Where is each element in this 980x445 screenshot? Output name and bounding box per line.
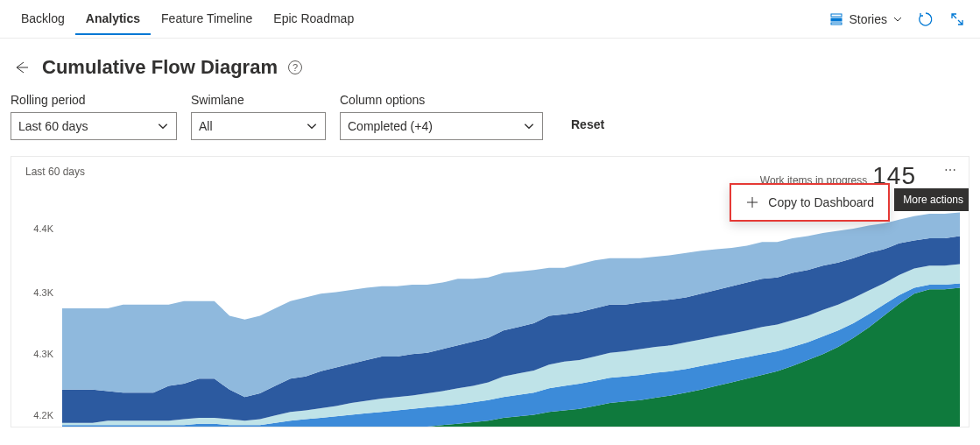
more-icon: ⋯ <box>944 163 956 177</box>
page-title: Cumulative Flow Diagram <box>42 56 278 79</box>
swimlane-value: All <box>199 119 213 133</box>
chevron-down-icon <box>523 120 535 132</box>
plus-icon <box>745 195 759 209</box>
tab-feature-timeline[interactable]: Feature Timeline <box>151 3 263 35</box>
filter-swimlane: Swimlane All <box>191 93 326 140</box>
copy-to-dashboard-label: Copy to Dashboard <box>768 195 874 209</box>
chevron-down-icon <box>306 120 318 132</box>
copy-to-dashboard-item[interactable]: Copy to Dashboard <box>731 185 888 220</box>
more-actions-button[interactable]: ⋯ <box>939 162 962 178</box>
y-tick: 4.2K <box>18 410 53 420</box>
svg-rect-2 <box>831 23 842 25</box>
tab-backlog[interactable]: Backlog <box>11 3 75 35</box>
context-menu: Copy to Dashboard <box>730 183 890 222</box>
rolling-period-label: Rolling period <box>11 93 177 107</box>
y-tick: 4.3K <box>18 349 53 359</box>
chart-header: Last 60 days Work items in progress 145 … <box>11 157 969 178</box>
expand-icon <box>950 12 964 26</box>
stories-label: Stories <box>849 12 887 26</box>
filter-rolling-period: Rolling period Last 60 days <box>11 93 177 140</box>
chart-card: Last 60 days Work items in progress 145 … <box>11 156 969 427</box>
nav-tabs: Backlog Analytics Feature Timeline Epic … <box>0 0 980 39</box>
column-options-value: Completed (+4) <box>348 119 433 133</box>
rolling-period-dropdown[interactable]: Last 60 days <box>11 112 177 140</box>
help-icon: ? <box>293 62 298 73</box>
more-actions-tooltip: More actions <box>894 188 969 211</box>
rolling-period-value: Last 60 days <box>18 119 88 133</box>
tabs-right-controls: Stories <box>826 7 969 32</box>
chart-subtitle: Last 60 days <box>25 166 85 178</box>
refresh-button[interactable] <box>913 7 938 32</box>
tab-analytics[interactable]: Analytics <box>75 3 151 35</box>
back-button[interactable] <box>11 57 32 78</box>
page-header: Cumulative Flow Diagram ? <box>0 39 980 86</box>
tab-epic-roadmap[interactable]: Epic Roadmap <box>263 3 364 35</box>
swimlane-label: Swimlane <box>191 93 326 107</box>
y-tick: 4.4K <box>18 223 53 234</box>
reset-button[interactable]: Reset <box>571 102 604 131</box>
refresh-icon <box>918 11 934 27</box>
svg-rect-1 <box>831 18 842 21</box>
y-tick: 4.3K <box>18 287 53 298</box>
chart-svg <box>62 205 960 427</box>
chevron-down-icon <box>157 120 169 132</box>
arrow-left-icon <box>13 60 29 75</box>
fullscreen-button[interactable] <box>945 7 969 32</box>
backlog-level-dropdown[interactable]: Stories <box>826 9 906 30</box>
swimlane-dropdown[interactable]: All <box>191 112 326 140</box>
help-button[interactable]: ? <box>288 60 302 74</box>
chart-area <box>62 205 960 427</box>
filter-bar: Rolling period Last 60 days Swimlane All… <box>0 86 980 156</box>
stories-icon <box>829 12 843 26</box>
svg-rect-0 <box>831 14 842 17</box>
y-axis: 4.4K 4.3K 4.3K 4.2K <box>18 209 53 427</box>
chevron-down-icon <box>892 14 903 25</box>
column-options-label: Column options <box>340 93 543 107</box>
column-options-dropdown[interactable]: Completed (+4) <box>340 112 543 140</box>
filter-column-options: Column options Completed (+4) <box>340 93 543 140</box>
